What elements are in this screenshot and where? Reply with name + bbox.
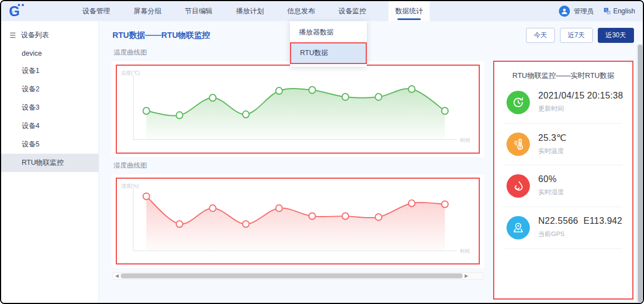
sidebar-title: 设备列表	[21, 31, 49, 40]
horizontal-scrollbar[interactable]: ◀ ▶	[112, 272, 483, 280]
nav-item-screen-groups[interactable]: 屏幕分组	[132, 1, 163, 22]
main-header: RTU数据——RTU物联监控 今天 近7天 近30天	[99, 21, 643, 44]
svg-text:时间: 时间	[460, 138, 470, 143]
stat-text: N22.5566 E113.942 当前GPS	[538, 216, 622, 238]
stat-text: 25.3℃ 实时温度	[538, 133, 567, 155]
translate-icon: 文 A	[603, 7, 611, 15]
range-button-7days[interactable]: 近7天	[560, 28, 593, 43]
range-button-30days[interactable]: 近30天	[598, 28, 634, 43]
language-switcher[interactable]: 文 A English	[603, 7, 635, 15]
scroll-left-arrow-icon[interactable]: ◀	[114, 274, 120, 278]
person-icon	[561, 7, 568, 15]
humidity-chart-card: 湿度(%) 时间	[111, 174, 484, 268]
list-icon: ☰	[9, 32, 16, 39]
stat-text: 60% 实时湿度	[538, 174, 564, 197]
content-row: 温度曲线图 温度(℃) 时间 湿度曲线图	[99, 44, 643, 303]
page-title: RTU数据——RTU物联监控	[112, 30, 210, 41]
stat-value-humidity: 60%	[538, 174, 564, 184]
dropdown-item-rtu-data[interactable]: RTU数据	[291, 43, 366, 63]
range-button-today[interactable]: 今天	[526, 28, 555, 43]
nav-item-info-publish[interactable]: 信息发布	[286, 1, 316, 22]
divider	[504, 248, 622, 249]
logo-dot	[18, 4, 20, 6]
stat-text: 2021/04/15 20:15:38 更新时间	[538, 91, 623, 113]
stat-label-temperature: 实时温度	[538, 147, 567, 155]
app-window: G + 设备管理 屏幕分组 节目编辑 播放计划 信息发布 设备监控 数据统计	[0, 0, 644, 304]
app-logo[interactable]: G +	[9, 3, 28, 19]
vertical-scrollbar[interactable]	[637, 44, 643, 303]
horizontal-scrollbar-thumb[interactable]	[121, 273, 463, 278]
charts-column: 温度曲线图 温度(℃) 时间 湿度曲线图	[104, 44, 490, 303]
nav-item-device-management[interactable]: 设备管理	[81, 1, 111, 22]
sidebar-item-device5[interactable]: 设备5	[1, 135, 99, 154]
annotation-highlight-temperature-chart: 温度(℃) 时间	[116, 65, 480, 154]
stat-label-gps: 当前GPS	[538, 230, 622, 238]
svg-text:时间: 时间	[460, 248, 470, 254]
logo-plus-mark: +	[11, 9, 13, 15]
sidebar-header-device-list[interactable]: ☰ 设备列表	[1, 26, 99, 45]
language-label: English	[613, 7, 635, 15]
nav-item-play-schedule[interactable]: 播放计划	[235, 1, 265, 22]
nav-item-program-edit[interactable]: 节目编辑	[184, 1, 214, 22]
humidity-chart: 湿度(%) 时间	[118, 180, 478, 263]
stat-label-update-time: 更新时间	[538, 105, 623, 113]
svg-text:温度(℃): 温度(℃)	[121, 70, 140, 76]
panel-title: RTU物联监控——实时RTU数据	[494, 71, 632, 81]
sidebar-item-device2[interactable]: 设备2	[1, 80, 99, 99]
stat-value-update-time: 2021/04/15 20:15:38	[538, 91, 623, 101]
annotation-highlight-rtu-data: RTU数据	[290, 42, 367, 64]
main-content: RTU数据——RTU物联监控 今天 近7天 近30天 温度曲线图 温度(℃)	[99, 21, 643, 303]
sidebar-item-device4[interactable]: 设备4	[1, 117, 99, 135]
temperature-chart-card: 温度(℃) 时间	[111, 61, 484, 157]
sidebar-item-device3[interactable]: 设备3	[1, 99, 99, 117]
refresh-clock-icon	[507, 91, 530, 114]
nav-item-data-statistics[interactable]: 数据统计	[389, 1, 430, 22]
sidebar: ☰ 设备列表 device 设备1 设备2 设备3 设备4 设备5 RTU物联监…	[1, 21, 99, 303]
stat-humidity: 60% 实时湿度	[494, 165, 632, 198]
thermometer-icon	[507, 133, 530, 156]
stat-gps: N22.5566 E113.942 当前GPS	[494, 207, 632, 239]
stat-label-humidity: 实时湿度	[538, 188, 564, 197]
sidebar-item-rtu-monitor[interactable]: RTU物联监控	[1, 154, 99, 172]
sidebar-item-device1[interactable]: 设备1	[1, 62, 99, 80]
stat-value-gps: N22.5566 E113.942	[538, 216, 622, 226]
main-nav: 设备管理 屏幕分组 节目编辑 播放计划 信息发布 设备监控 数据统计	[81, 1, 430, 22]
stat-value-temperature: 25.3℃	[538, 133, 567, 143]
top-navbar: G + 设备管理 屏幕分组 节目编辑 播放计划 信息发布 设备监控 数据统计	[1, 1, 643, 21]
stat-temperature: 25.3℃ 实时温度	[494, 124, 632, 156]
sidebar-item-device[interactable]: device	[1, 45, 99, 62]
active-tab-underline	[397, 18, 421, 20]
svg-text:湿度(%): 湿度(%)	[121, 183, 139, 189]
humidity-chart-label: 湿度曲线图	[114, 161, 484, 170]
nav-item-device-monitor[interactable]: 设备监控	[337, 1, 367, 22]
scroll-right-arrow-icon[interactable]: ▶	[464, 274, 469, 278]
annotation-highlight-humidity-chart: 湿度(%) 时间	[116, 178, 480, 264]
rtu-realtime-panel: RTU物联监控——实时RTU数据 2021/04/15 20:15:38 更新时	[493, 61, 633, 300]
humidity-drop-icon	[507, 174, 530, 198]
data-statistics-dropdown: 播放器数据 RTU数据	[290, 21, 367, 67]
stat-update-time: 2021/04/15 20:15:38 更新时间	[494, 82, 632, 114]
navbar-right: 管理员 文 A English	[559, 6, 635, 17]
gps-pin-icon	[507, 216, 530, 239]
dropdown-item-player-data[interactable]: 播放器数据	[290, 23, 367, 42]
vertical-scrollbar-thumb[interactable]	[638, 45, 642, 302]
user-name[interactable]: 管理员	[574, 7, 594, 16]
nav-item-label: 数据统计	[395, 7, 423, 15]
user-avatar[interactable]	[559, 6, 570, 17]
date-range-buttons: 今天 近7天 近30天	[526, 28, 634, 43]
logo-dot	[22, 4, 24, 6]
temperature-chart: 温度(℃) 时间	[118, 67, 478, 152]
